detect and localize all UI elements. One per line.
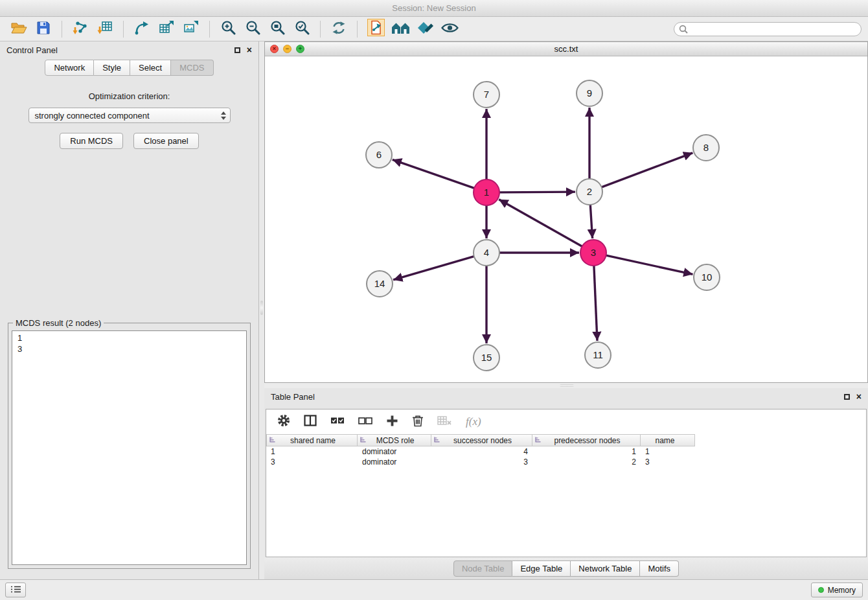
zoom-fit-button[interactable]: [265, 19, 290, 40]
memory-button[interactable]: Memory: [811, 583, 863, 597]
zoom-in-button[interactable]: [216, 19, 240, 40]
tab-style[interactable]: Style: [94, 60, 130, 76]
share-network-button[interactable]: [130, 19, 154, 40]
network-node-9[interactable]: 9: [577, 80, 602, 106]
optimization-criterion-dropdown[interactable]: strongly connected component: [29, 108, 231, 123]
delete-column-button[interactable]: [412, 414, 424, 430]
show-columns-button[interactable]: [304, 415, 317, 429]
network-node-7[interactable]: 7: [474, 82, 499, 108]
select-all-button[interactable]: [330, 415, 345, 428]
export-table-icon: [159, 20, 174, 38]
unchecked-boxes-icon: [358, 417, 372, 428]
cell-name[interactable]: 1: [641, 447, 695, 456]
column-header-mcds-role[interactable]: MCDS role: [358, 434, 431, 446]
cell-mcds-role[interactable]: dominator: [358, 457, 431, 467]
window-title: Session: New Session: [392, 3, 475, 13]
network-frame-titlebar: scc.txt × − +: [265, 42, 867, 56]
search-input[interactable]: [674, 22, 862, 36]
edge-4-14[interactable]: [393, 257, 474, 280]
edge-3-11[interactable]: [594, 266, 597, 341]
export-image-button[interactable]: [179, 19, 203, 40]
toolbar-separator: [209, 21, 210, 38]
table-row[interactable]: 3 dominator 3 2 3: [266, 457, 866, 467]
float-panel-icon[interactable]: [844, 394, 850, 400]
open-session-button[interactable]: [6, 19, 31, 40]
frame-zoom-button[interactable]: +: [296, 45, 304, 53]
node-label: 6: [376, 149, 382, 160]
tab-motifs[interactable]: Motifs: [640, 560, 679, 577]
houses-button[interactable]: [388, 19, 413, 40]
horizontal-splitter[interactable]: [264, 383, 868, 388]
edge-3-10[interactable]: [606, 255, 693, 274]
style-brush-button[interactable]: [413, 19, 437, 40]
refresh-layout-button[interactable]: [326, 19, 351, 40]
run-mcds-button[interactable]: Run MCDS: [60, 133, 123, 149]
import-network-button[interactable]: [68, 19, 93, 40]
tab-node-table[interactable]: Node Table: [453, 560, 513, 577]
network-document-share-button[interactable]: [363, 19, 388, 40]
save-session-button[interactable]: [31, 19, 56, 40]
tab-network-table[interactable]: Network Table: [571, 560, 640, 577]
edge-1-6[interactable]: [393, 159, 474, 188]
import-table-button[interactable]: [93, 19, 117, 40]
zoom-out-button[interactable]: [240, 19, 265, 40]
network-node-2[interactable]: 2: [577, 179, 602, 205]
edge-2-3[interactable]: [590, 205, 592, 238]
cell-mcds-role[interactable]: dominator: [358, 447, 431, 456]
cell-successor-nodes[interactable]: 4: [431, 447, 532, 456]
dropdown-stepper-icon: [221, 111, 226, 120]
tab-edge-table[interactable]: Edge Table: [512, 560, 571, 577]
network-node-1[interactable]: 1: [474, 179, 499, 205]
deselect-all-button[interactable]: [358, 416, 372, 428]
table-settings-button[interactable]: [277, 414, 290, 430]
zoom-selected-button[interactable]: [290, 19, 314, 40]
network-node-6[interactable]: 6: [366, 142, 392, 168]
checked-boxes-icon: [330, 417, 345, 428]
edge-3-1[interactable]: [499, 200, 582, 246]
cell-name[interactable]: 3: [641, 457, 695, 467]
houses-icon: [391, 21, 410, 38]
export-table-button[interactable]: [154, 19, 179, 40]
dropdown-value: strongly connected component: [35, 111, 150, 121]
eye-button[interactable]: [437, 19, 462, 40]
frame-minimize-button[interactable]: −: [283, 45, 291, 53]
tab-select[interactable]: Select: [130, 60, 171, 76]
edge-2-8[interactable]: [602, 153, 693, 187]
network-node-8[interactable]: 8: [693, 135, 719, 161]
network-node-11[interactable]: 11: [585, 342, 611, 368]
cell-successor-nodes[interactable]: 3: [431, 457, 532, 467]
table-row[interactable]: 1 dominator 4 1 1: [266, 446, 866, 457]
network-canvas[interactable]: 7968124310141511: [265, 56, 867, 382]
list-icon: [10, 584, 21, 596]
network-node-14[interactable]: 14: [367, 271, 393, 297]
cell-shared-name[interactable]: 3: [266, 457, 358, 467]
edge-1-2[interactable]: [499, 192, 575, 192]
columns-icon: [304, 417, 317, 428]
network-node-4[interactable]: 4: [474, 240, 499, 266]
cell-predecessor-nodes[interactable]: 1: [532, 447, 641, 456]
frame-close-button[interactable]: ×: [270, 45, 279, 53]
cell-shared-name[interactable]: 1: [266, 447, 358, 456]
network-node-3[interactable]: 3: [580, 240, 606, 266]
column-header-name[interactable]: name: [641, 434, 695, 446]
close-panel-icon[interactable]: ×: [247, 45, 252, 54]
task-history-button[interactable]: [5, 583, 26, 597]
create-column-button[interactable]: [386, 415, 398, 430]
column-header-shared-name[interactable]: shared name: [266, 434, 358, 446]
network-node-10[interactable]: 10: [694, 264, 720, 290]
column-header-successor-nodes[interactable]: successor nodes: [431, 434, 532, 446]
mcds-result-group: MCDS result (2 nodes) 1 3: [8, 323, 251, 569]
float-panel-icon[interactable]: [234, 47, 240, 53]
network-graph[interactable]: 7968124310141511: [265, 56, 867, 382]
close-panel-button[interactable]: Close panel: [133, 133, 199, 149]
vertical-splitter[interactable]: [259, 41, 264, 579]
network-node-15[interactable]: 15: [474, 345, 499, 371]
tab-network[interactable]: Network: [45, 60, 94, 76]
tab-mcds[interactable]: MCDS: [171, 60, 213, 76]
cell-predecessor-nodes[interactable]: 2: [532, 457, 641, 467]
column-header-predecessor-nodes[interactable]: predecessor nodes: [532, 434, 641, 446]
close-panel-icon[interactable]: ×: [856, 392, 862, 401]
eye-icon: [441, 22, 459, 36]
open-folder-icon: [10, 21, 27, 38]
column-namespace-icon: [360, 436, 367, 445]
